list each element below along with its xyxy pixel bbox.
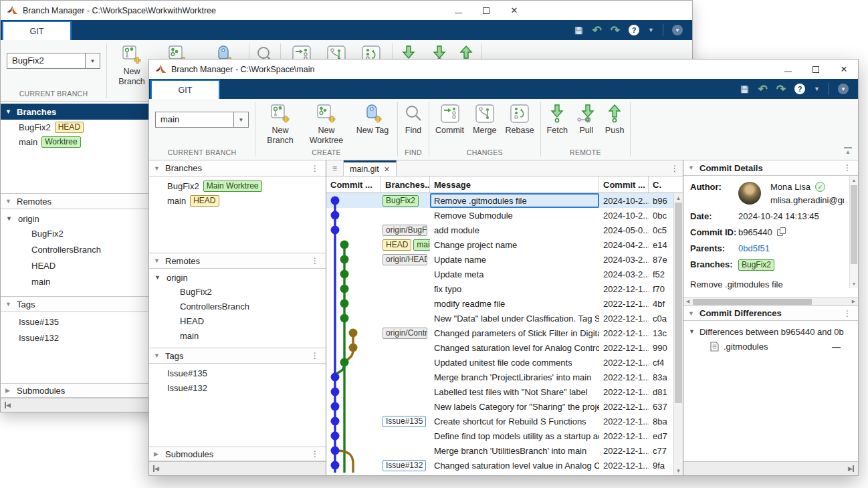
kebab-menu-icon[interactable]: ⋮ — [841, 309, 853, 318]
remote-branch[interactable]: BugFix2 — [149, 284, 326, 299]
redo-icon[interactable]: ↷ — [776, 84, 786, 95]
table-row[interactable]: fix typo 2022-12-1... f70 — [326, 281, 673, 296]
table-row[interactable]: BugFix2 Remove .gitmodules file 2024-10-… — [326, 193, 673, 208]
minimize-button[interactable] — [444, 1, 472, 20]
tag-item[interactable]: Issue#132 — [149, 380, 326, 395]
column-header[interactable]: Message — [430, 176, 599, 193]
close-button[interactable]: ✕ — [500, 1, 528, 20]
collapse-arrow-icon[interactable]: ▼ — [688, 164, 695, 171]
column-header[interactable]: Branches... — [381, 176, 430, 193]
table-row[interactable]: Update meta 2024-03-2... f52 — [326, 267, 673, 281]
details-scrollbar[interactable]: ▲ ▼ — [849, 176, 858, 288]
find-button[interactable]: Find — [404, 104, 423, 136]
section-branches[interactable]: ▼ Branches ⋮ — [149, 160, 326, 176]
collapse-left-icon[interactable]: ◀ — [153, 465, 159, 472]
copy-icon[interactable] — [777, 227, 786, 236]
table-row[interactable]: New labels Category for "Sharing" the pr… — [326, 399, 673, 414]
chevron-down-icon[interactable]: ▼ — [648, 27, 654, 33]
table-row[interactable]: Remove Submodule 2024-10-2... 0bc — [326, 208, 673, 223]
table-row[interactable]: Changed saturation level for Analog Cont… — [326, 340, 673, 355]
current-branch-combobox[interactable]: main ▼ — [155, 112, 249, 128]
scrollbar-thumb[interactable] — [693, 299, 812, 305]
table-row[interactable]: Merge branch 'UtilitiesBranch' into main… — [326, 443, 673, 458]
sidebar-collapse-bar[interactable]: ◀ — [149, 461, 326, 475]
branch-item[interactable]: main HEAD — [149, 193, 326, 208]
remote-branch[interactable]: main — [1, 273, 160, 289]
kebab-menu-icon[interactable]: ⋮ — [309, 164, 321, 173]
diff-file-row[interactable]: .gitmodules — — [683, 338, 858, 354]
section-submodules[interactable]: ▶ Submodules ⋮ — [149, 447, 326, 461]
save-icon[interactable] — [574, 25, 584, 35]
branch-item[interactable]: main Worktree — [1, 134, 160, 149]
collapse-arrow-icon[interactable]: ▼ — [5, 301, 12, 308]
remote-branch[interactable]: BugFix2 — [1, 225, 160, 241]
table-row[interactable]: Issue#132 Changed saturation level value… — [326, 458, 673, 473]
details-hscrollbar[interactable]: ◀ ▶ — [683, 297, 858, 306]
remote-branch[interactable]: ControllersBranch — [1, 241, 160, 257]
tab-git[interactable]: GIT — [2, 21, 72, 40]
expand-arrow-icon[interactable]: ▶ — [5, 387, 12, 394]
chevron-down-icon[interactable]: ▼ — [814, 86, 820, 92]
column-header[interactable]: Commit ... — [326, 176, 381, 193]
tab-git[interactable]: GIT — [150, 80, 220, 99]
kebab-menu-icon[interactable]: ⋮ — [309, 449, 321, 459]
sidebar-collapse-bar[interactable]: ◀ — [1, 398, 160, 412]
section-branches[interactable]: ▼ Branches — [1, 104, 160, 120]
collapse-arrow-icon[interactable]: ▼ — [5, 108, 12, 115]
collapse-left-icon[interactable]: ◀ — [5, 402, 11, 408]
new-branch-button[interactable]: New Branch — [113, 45, 150, 87]
help-icon[interactable]: ? — [629, 25, 639, 35]
tag-item[interactable]: Issue#135 — [1, 314, 160, 330]
help-icon[interactable]: ? — [794, 84, 805, 94]
chevron-down-icon[interactable]: ▼ — [233, 112, 248, 127]
kebab-menu-icon[interactable]: ⋮ — [309, 256, 321, 265]
section-tags[interactable]: ▼ Tags ⋮ — [149, 348, 326, 364]
document-bar-icon[interactable]: ≡ — [326, 160, 344, 176]
parent-commit-link[interactable]: 0bd5f51 — [738, 243, 770, 253]
merge-button[interactable]: Merge — [473, 104, 496, 136]
table-row[interactable]: modify readme file 2022-12-1... 4bf — [326, 296, 673, 311]
table-row[interactable]: HEADmain Change project name 2024-04-2..… — [326, 237, 673, 252]
remote-branch[interactable]: HEAD — [149, 314, 326, 328]
table-scrollbar[interactable]: ▲ ▼ — [673, 193, 683, 475]
scroll-left-icon[interactable]: ◀ — [683, 297, 692, 306]
quick-access-menu-icon[interactable]: ▼ — [838, 84, 849, 94]
table-row[interactable]: origin/BugFix2 add module 2024-05-0... 0… — [326, 223, 673, 237]
table-row[interactable]: origin/HEAD Update name 2024-03-2... 87e — [326, 252, 673, 267]
rebase-button[interactable]: Rebase — [506, 104, 534, 136]
scrollbar-thumb[interactable] — [851, 185, 857, 264]
maximize-button[interactable] — [802, 59, 830, 79]
branch-item[interactable]: BugFix2 HEAD — [1, 120, 160, 134]
commit-differences-header[interactable]: ▼ Commit Differences ⋮ — [683, 306, 858, 321]
section-remotes[interactable]: ▼ Remotes ⋮ — [149, 253, 326, 269]
kebab-menu-icon[interactable]: ⋮ — [667, 160, 683, 176]
undo-icon[interactable]: ↶ — [592, 25, 602, 36]
table-row[interactable]: Merge branch 'ProjectLibraries' into mai… — [326, 370, 673, 384]
scrollbar-thumb[interactable] — [675, 203, 682, 403]
scroll-down-icon[interactable]: ▼ — [674, 466, 683, 475]
collapse-arrow-icon[interactable]: ▼ — [154, 257, 160, 264]
table-row[interactable]: origin/ControllersBranch Changed paramet… — [326, 326, 673, 340]
minimize-button[interactable] — [774, 59, 802, 79]
tag-item[interactable]: Issue#135 — [149, 366, 326, 380]
current-branch-combobox[interactable]: BugFix2 ▼ — [7, 53, 100, 69]
new-branch-button[interactable]: New Branch — [261, 104, 299, 146]
remote-origin[interactable]: ▼origin — [1, 212, 160, 225]
collapse-arrow-icon[interactable]: ▼ — [689, 328, 695, 335]
kebab-menu-icon[interactable]: ⋮ — [309, 351, 321, 360]
tag-item[interactable]: Issue#132 — [1, 330, 160, 346]
chevron-down-icon[interactable]: ▼ — [85, 53, 100, 68]
collapse-arrow-icon[interactable]: ▼ — [154, 352, 160, 359]
scroll-right-icon[interactable]: ▶ — [849, 297, 858, 306]
close-button[interactable]: ✕ — [830, 59, 858, 79]
table-row[interactable]: New "Data" label under Clasffication. Ta… — [326, 311, 673, 326]
close-icon[interactable]: ✕ — [384, 165, 390, 174]
scroll-up-icon[interactable]: ▲ — [674, 193, 683, 203]
section-remotes[interactable]: ▼ Remotes — [1, 193, 160, 209]
column-header[interactable]: Commit ... — [599, 176, 649, 193]
table-row[interactable]: Labelled test files with "Not Share" lab… — [326, 384, 673, 399]
front-titlebar[interactable]: Branch Manager - C:\WorkSpace\main ✕ — [149, 59, 858, 79]
collapse-ribbon-button[interactable]: ▲ — [844, 147, 852, 155]
collapse-arrow-icon[interactable]: ▼ — [154, 165, 160, 172]
scroll-up-icon[interactable]: ▲ — [850, 176, 858, 185]
